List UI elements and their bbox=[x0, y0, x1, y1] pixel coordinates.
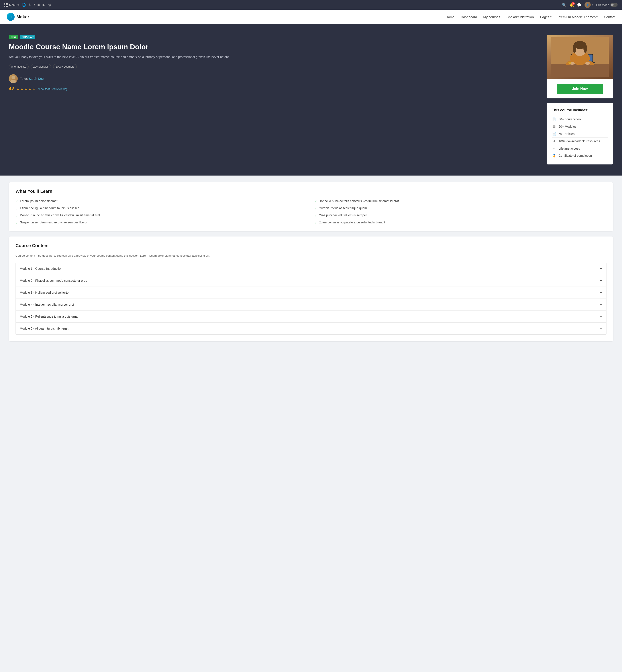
module-item-5[interactable]: Module 5 - Pellentesque id nulla quis ur… bbox=[16, 311, 606, 323]
tutor-name-link[interactable]: Sarah Doe bbox=[29, 77, 44, 80]
tutor-label: Tutor: bbox=[20, 77, 28, 80]
module-list: Module 1 - Course Introduction + Module … bbox=[15, 263, 607, 335]
logo-icon: ↔ bbox=[7, 13, 14, 21]
learn-item-4: ✓ Curabitur feugiat scelerisque quam bbox=[314, 207, 607, 210]
svg-rect-3 bbox=[551, 64, 609, 77]
learn-text-3: Etiam nec ligula bibendum faucibus elit … bbox=[20, 207, 80, 210]
svg-point-0 bbox=[11, 76, 15, 79]
instagram-icon[interactable]: ◎ bbox=[48, 3, 51, 7]
module-2-expand-icon: + bbox=[600, 278, 602, 283]
tag-intermediate: Intermediate bbox=[9, 64, 29, 69]
hero-section: NEW POPULAR Moodle Course Name Lorem Ips… bbox=[0, 24, 622, 176]
course-image-inner bbox=[547, 35, 613, 79]
includes-video-text: 30+ hours video bbox=[559, 117, 581, 121]
hero-right: Join Now This course includes: 📄 30+ hou… bbox=[547, 35, 613, 164]
main-area: What You'll Learn ✓ Lorem ipsum dolor si… bbox=[0, 176, 622, 353]
svg-point-11 bbox=[585, 62, 590, 65]
includes-item-resources: ⬇ 100+ downloadable resources bbox=[552, 138, 608, 145]
modules-icon: ⊞ bbox=[552, 124, 556, 128]
nav-contact[interactable]: Contact bbox=[604, 15, 615, 19]
module-5-expand-icon: + bbox=[600, 314, 602, 319]
learn-text-4: Curabitur feugiat scelerisque quam bbox=[319, 207, 367, 210]
module-3-expand-icon: + bbox=[600, 290, 602, 295]
linkedin-icon[interactable]: in bbox=[37, 3, 40, 7]
badge-popular: POPULAR bbox=[20, 35, 35, 39]
nav-dashboard[interactable]: Dashboard bbox=[461, 15, 477, 19]
messages-icon[interactable]: 💬 bbox=[577, 3, 581, 7]
module-1-label: Module 1 - Course Introduction bbox=[20, 267, 62, 270]
module-2-label: Module 2 - Phasellus commodo consectetur… bbox=[20, 279, 87, 283]
avatar-image: 👤 bbox=[585, 2, 591, 8]
review-link[interactable]: (view featured reviews) bbox=[37, 87, 67, 91]
logo-text: Maker bbox=[16, 14, 29, 20]
module-item-3[interactable]: Module 3 - Nullam sed orci vel tortor + bbox=[16, 287, 606, 299]
includes-item-video: 📄 30+ hours video bbox=[552, 116, 608, 123]
check-icon-2: ✓ bbox=[314, 200, 317, 203]
star-5-half: ★ bbox=[32, 87, 36, 91]
what-you-learn-card: What You'll Learn ✓ Lorem ipsum dolor si… bbox=[9, 182, 613, 231]
user-avatar[interactable]: 👤 ▾ bbox=[585, 2, 593, 8]
download-icon: ⬇ bbox=[552, 139, 556, 143]
edit-mode-switch[interactable] bbox=[611, 3, 618, 7]
check-icon-3: ✓ bbox=[15, 207, 18, 210]
course-content-title: Course Content bbox=[15, 243, 607, 248]
hero-badges: NEW POPULAR bbox=[9, 35, 538, 39]
nav-premium-themes[interactable]: Premium Moodle Themes ▾ bbox=[558, 15, 598, 19]
what-you-learn-title: What You'll Learn bbox=[15, 189, 607, 194]
tutor-avatar bbox=[9, 74, 18, 83]
module-item-2[interactable]: Module 2 - Phasellus commodo consectetur… bbox=[16, 275, 606, 287]
grid-icon bbox=[4, 3, 8, 7]
check-icon-7: ✓ bbox=[15, 221, 18, 225]
topbar-right: 🔍 🔔 6 💬 👤 ▾ Edit mode bbox=[562, 2, 618, 8]
join-card: Join Now bbox=[547, 79, 613, 99]
join-now-button[interactable]: Join Now bbox=[557, 84, 603, 94]
module-3-label: Module 3 - Nullam sed orci vel tortor bbox=[20, 291, 70, 294]
globe-icon[interactable]: 🌐 bbox=[22, 3, 26, 7]
nav-site-administration[interactable]: Site administration bbox=[507, 15, 534, 19]
module-6-expand-icon: + bbox=[600, 326, 602, 331]
svg-point-15 bbox=[583, 44, 587, 53]
notification-badge: 6 bbox=[572, 2, 575, 5]
includes-item-modules: ⊞ 20+ Modules bbox=[552, 123, 608, 130]
rating-number: 4.8 bbox=[9, 87, 14, 91]
learn-item-5: ✓ Donec id nunc ac felis convallis vesti… bbox=[15, 214, 308, 217]
module-5-label: Module 5 - Pellentesque id nulla quis ur… bbox=[20, 315, 78, 318]
module-item-1[interactable]: Module 1 - Course Introduction + bbox=[16, 263, 606, 275]
notifications-bell[interactable]: 🔔 6 bbox=[569, 3, 574, 7]
hero-content: NEW POPULAR Moodle Course Name Lorem Ips… bbox=[9, 35, 538, 91]
includes-list: 📄 30+ hours video ⊞ 20+ Modules 📄 50+ ar… bbox=[552, 116, 608, 159]
includes-articles-text: 50+ articles bbox=[559, 132, 575, 136]
menu-label: Menu bbox=[9, 3, 16, 7]
tag-learners: 2000+ Learners bbox=[53, 64, 77, 69]
nav-premium-themes-link[interactable]: Premium Moodle Themes bbox=[558, 15, 596, 19]
hero-tags: Intermediate 20+ Modules 2000+ Learners bbox=[9, 64, 538, 69]
course-image bbox=[547, 35, 613, 79]
learn-item-6: ✓ Cras pulvinar velit id lectus semper bbox=[314, 214, 607, 217]
edit-mode-toggle[interactable]: Edit mode bbox=[596, 3, 618, 7]
facebook-icon[interactable]: f bbox=[34, 3, 35, 7]
learn-item-1: ✓ Lorem ipsum dolor sit amet bbox=[15, 199, 308, 203]
youtube-icon[interactable]: ▶ bbox=[42, 3, 45, 7]
twitter-icon[interactable]: 𝕏 bbox=[29, 3, 31, 7]
module-4-label: Module 4 - Integer nec ullamcorper orci bbox=[20, 303, 74, 306]
search-icon[interactable]: 🔍 bbox=[562, 3, 566, 7]
course-includes-card: This course includes: 📄 30+ hours video … bbox=[547, 103, 613, 164]
module-1-expand-icon: + bbox=[600, 266, 602, 271]
learn-text-6: Cras pulvinar velit id lectus semper bbox=[319, 214, 367, 217]
includes-lifetime-text: Lifetime access bbox=[559, 147, 580, 150]
hero-tutor: Tutor: Sarah Doe bbox=[9, 74, 538, 83]
check-icon-4: ✓ bbox=[314, 207, 317, 210]
module-item-4[interactable]: Module 4 - Integer nec ullamcorper orci … bbox=[16, 299, 606, 311]
includes-resources-text: 100+ downloadable resources bbox=[559, 139, 600, 143]
hero-description: Are you ready to take your skills to the… bbox=[9, 54, 538, 60]
nav-home[interactable]: Home bbox=[446, 15, 455, 19]
star-4: ★ bbox=[28, 87, 32, 91]
nav-pages-link[interactable]: Pages bbox=[540, 15, 550, 19]
menu-button[interactable]: Menu ▾ bbox=[4, 3, 19, 7]
nav-pages[interactable]: Pages ▾ bbox=[540, 15, 551, 19]
module-item-6[interactable]: Module 6 - Aliquam turpis nibh eget + bbox=[16, 323, 606, 334]
logo[interactable]: ↔ Maker bbox=[7, 13, 29, 21]
learn-items-grid: ✓ Lorem ipsum dolor sit amet ✓ Donec id … bbox=[15, 199, 607, 225]
nav-my-courses[interactable]: My courses bbox=[483, 15, 500, 19]
main-nav: Home Dashboard My courses Site administr… bbox=[446, 15, 615, 19]
